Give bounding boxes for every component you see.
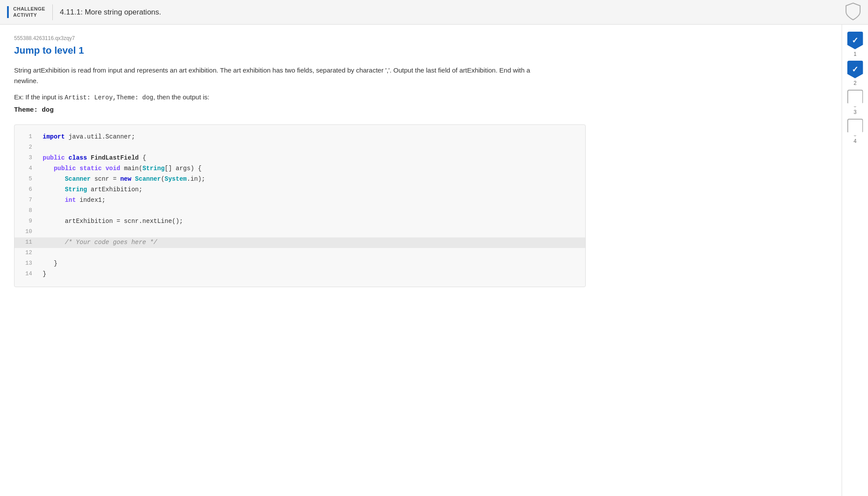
level-item-4[interactable]: 4 [847,119,863,144]
line-content: Scanner scnr = new Scanner(System.in); [43,174,205,184]
code-line: 11 /* Your code goes here */ [15,237,585,248]
line-content: import java.util.Scanner; [43,132,135,142]
code-line: 4 public static void main(String[] args)… [15,164,585,174]
line-content: int index1; [43,195,106,205]
example-intro: Ex: If the input is [14,93,65,101]
level-item-3[interactable]: 3 [847,90,863,115]
code-line: 9 artExhibition = scnr.nextLine(); [15,216,585,227]
code-line: 3public class FindLastField { [15,153,585,164]
code-line: 6 String artExhibition; [15,185,585,195]
line-number: 4 [18,164,32,173]
code-line: 13 } [15,259,585,269]
code-line: 14} [15,269,585,280]
line-content: } [43,269,46,279]
badge-line2: ACTIVITY [13,12,45,18]
line-content: /* Your code goes here */ [43,237,157,247]
activity-id: 555388.4263116.qx3zqy7 [14,35,828,41]
line-number: 5 [18,174,32,184]
line-number: 11 [18,237,32,247]
level-badge-2: ✓ [847,61,863,78]
badge-line1: CHALLENGE [13,6,45,12]
main-layout: 555388.4263116.qx3zqy7 Jump to level 1 S… [0,25,868,496]
right-sidebar: ✓1✓234 [842,25,868,496]
example-text: Ex: If the input is Artist: Leroy,Theme:… [14,93,828,101]
level-badge-1: ✓ [847,32,863,49]
level-number: 2 [853,80,857,86]
line-number: 7 [18,195,32,205]
line-number: 6 [18,185,32,194]
output-example: Theme: dog [14,106,828,114]
level-badge-3 [847,90,863,107]
level-item-1[interactable]: ✓1 [847,32,863,57]
header: CHALLENGE ACTIVITY 4.11.1: More string o… [0,0,868,25]
shield-icon [845,2,861,21]
code-line: 7 int index1; [15,195,585,206]
header-title: 4.11.1: More string operations. [60,8,161,17]
code-line: 1import java.util.Scanner; [15,132,585,142]
code-line: 10 [15,227,585,237]
jump-to-level-heading[interactable]: Jump to level 1 [14,45,828,56]
line-content: String artExhibition; [43,185,142,194]
content-area: 555388.4263116.qx3zqy7 Jump to level 1 S… [0,25,842,496]
line-number: 3 [18,153,32,163]
code-line: 8 [15,206,585,216]
code-line: 5 Scanner scnr = new Scanner(System.in); [15,174,585,185]
code-line: 2 [15,142,585,153]
header-divider [52,4,53,20]
code-editor[interactable]: 1import java.util.Scanner;23public class… [14,124,586,287]
example-mid: , then the output is: [153,93,210,101]
level-number: 4 [853,138,857,144]
line-number: 9 [18,216,32,226]
line-number: 10 [18,227,32,237]
challenge-badge: CHALLENGE ACTIVITY [7,6,45,18]
line-number: 12 [18,248,32,258]
line-number: 2 [18,142,32,152]
line-content: public static void main(String[] args) { [43,164,201,173]
level-item-2[interactable]: ✓2 [847,61,863,86]
line-content: } [43,259,58,268]
line-number: 13 [18,259,32,268]
line-content: artExhibition = scnr.nextLine(); [43,216,183,226]
code-line: 12 [15,248,585,259]
line-number: 1 [18,132,32,142]
level-badge-4 [847,119,863,136]
line-number: 14 [18,269,32,279]
example-input-code: Artist: Leroy,Theme: dog [65,94,153,101]
level-number: 1 [853,51,857,57]
line-number: 8 [18,206,32,215]
activity-description: String artExhibition is read from input … [14,65,542,86]
level-number: 3 [853,109,857,115]
check-icon: ✓ [852,36,858,45]
line-content: public class FindLastField { [43,153,146,163]
shield-container [845,2,861,22]
check-icon: ✓ [852,65,858,74]
